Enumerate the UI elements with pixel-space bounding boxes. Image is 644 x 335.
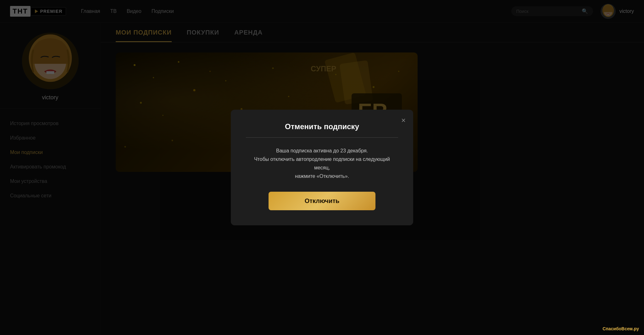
modal-body-line3: нажмите «Отключить».	[295, 173, 349, 179]
cancel-subscription-modal: × Отменить подписку Ваша подписка активн…	[231, 110, 413, 226]
modal-body-line2: Чтобы отключить автопродление подписки н…	[254, 157, 390, 170]
watermark-highlight: б	[616, 326, 619, 331]
modal-divider	[246, 137, 398, 138]
watermark-prefix: Спаси	[602, 326, 616, 331]
modal-close-button[interactable]: ×	[401, 116, 406, 125]
modal-disable-button[interactable]: Отключить	[269, 192, 375, 210]
modal-title: Отменить подписку	[246, 122, 398, 131]
modal-body: Ваша подписка активна до 23 декабря. Что…	[246, 146, 398, 181]
modal-overlay[interactable]: × Отменить подписку Ваша подписка активн…	[0, 0, 644, 335]
watermark-suffix: оВсем.ру	[619, 326, 639, 331]
modal-body-line1: Ваша подписка активна до 23 декабря.	[276, 148, 368, 153]
watermark: СпасибоВсем.ру	[602, 326, 639, 331]
